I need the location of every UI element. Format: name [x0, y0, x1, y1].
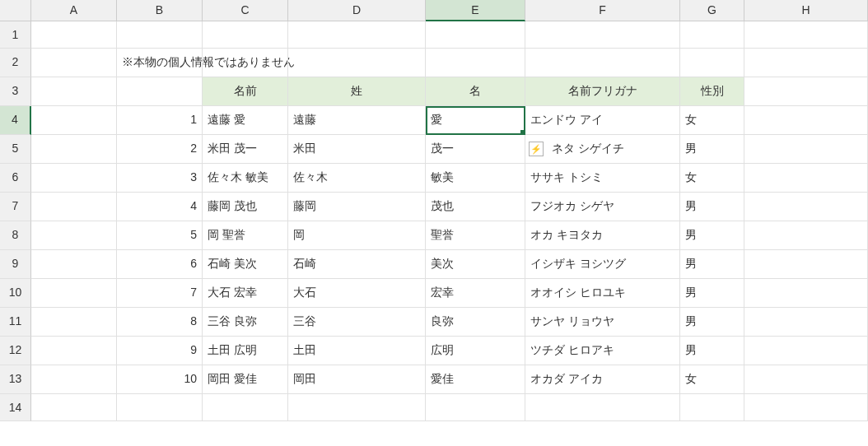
cell-G12[interactable]: 男: [680, 337, 744, 365]
col-header-A[interactable]: A: [31, 0, 117, 21]
cell-F8[interactable]: オカ キヨタカ: [525, 221, 680, 250]
cell-D5[interactable]: 米田: [288, 135, 426, 164]
cell-G14[interactable]: [680, 394, 744, 421]
col-header-D[interactable]: D: [288, 0, 426, 21]
cell-A3[interactable]: [31, 77, 117, 106]
cell-G1[interactable]: [680, 21, 744, 49]
cell-G8[interactable]: 男: [680, 221, 744, 250]
cell-E7[interactable]: 茂也: [426, 193, 525, 221]
cell-A5[interactable]: [31, 135, 117, 164]
cell-G7[interactable]: 男: [680, 193, 744, 221]
cell-G11[interactable]: 男: [680, 308, 744, 337]
cell-D1[interactable]: [288, 21, 426, 49]
col-header-C[interactable]: C: [203, 0, 288, 21]
cell-B14[interactable]: [117, 394, 203, 421]
cell-H9[interactable]: [744, 250, 868, 279]
cell-D10[interactable]: 大石: [288, 279, 426, 308]
table-header-first[interactable]: 名: [426, 77, 525, 106]
row-header-11[interactable]: 11: [0, 308, 31, 337]
cell-E2[interactable]: [426, 49, 525, 77]
cell-B8[interactable]: 5: [117, 221, 203, 250]
row-header-4[interactable]: 4: [0, 106, 31, 135]
cell-A13[interactable]: [31, 365, 117, 394]
cell-B7[interactable]: 4: [117, 193, 203, 221]
cell-C2[interactable]: [203, 49, 288, 77]
col-header-B[interactable]: B: [117, 0, 203, 21]
cell-F1[interactable]: [525, 21, 680, 49]
cell-C11[interactable]: 三谷 良弥: [203, 308, 288, 337]
cell-H14[interactable]: [744, 394, 868, 421]
cell-B3[interactable]: [117, 77, 203, 106]
cell-A2[interactable]: [31, 49, 117, 77]
cell-G9[interactable]: 男: [680, 250, 744, 279]
row-header-6[interactable]: 6: [0, 164, 31, 193]
cell-D7[interactable]: 藤岡: [288, 193, 426, 221]
cell-G13[interactable]: 女: [680, 365, 744, 394]
cell-D12[interactable]: 土田: [288, 337, 426, 365]
cell-H1[interactable]: [744, 21, 868, 49]
row-header-12[interactable]: 12: [0, 337, 31, 365]
flash-fill-options-icon[interactable]: ⚡: [529, 142, 544, 156]
cell-G10[interactable]: 男: [680, 279, 744, 308]
cell-D8[interactable]: 岡: [288, 221, 426, 250]
cell-A11[interactable]: [31, 308, 117, 337]
cell-H11[interactable]: [744, 308, 868, 337]
cell-B4[interactable]: 1: [117, 106, 203, 135]
col-header-H[interactable]: H: [744, 0, 868, 21]
cell-G2[interactable]: [680, 49, 744, 77]
col-header-E[interactable]: E: [426, 0, 525, 21]
row-header-3[interactable]: 3: [0, 77, 31, 106]
cell-A12[interactable]: [31, 337, 117, 365]
cell-H8[interactable]: [744, 221, 868, 250]
cell-C1[interactable]: [203, 21, 288, 49]
cell-C14[interactable]: [203, 394, 288, 421]
cell-E14[interactable]: [426, 394, 525, 421]
cell-F10[interactable]: オオイシ ヒロユキ: [525, 279, 680, 308]
cell-C13[interactable]: 岡田 愛佳: [203, 365, 288, 394]
cell-B5[interactable]: 2: [117, 135, 203, 164]
cell-H13[interactable]: [744, 365, 868, 394]
table-header-kana[interactable]: 名前フリガナ: [525, 77, 680, 106]
cell-B2[interactable]: ※本物の個人情報ではありません: [117, 49, 203, 77]
cell-E4[interactable]: 愛: [426, 106, 525, 135]
cell-E10[interactable]: 宏幸: [426, 279, 525, 308]
cell-F14[interactable]: [525, 394, 680, 421]
row-header-1[interactable]: 1: [0, 21, 31, 49]
cell-H6[interactable]: [744, 164, 868, 193]
row-header-9[interactable]: 9: [0, 250, 31, 279]
cell-B6[interactable]: 3: [117, 164, 203, 193]
select-all-corner[interactable]: [0, 0, 31, 21]
cell-B12[interactable]: 9: [117, 337, 203, 365]
table-header-name[interactable]: 名前: [203, 77, 288, 106]
table-header-last[interactable]: 姓: [288, 77, 426, 106]
cell-D6[interactable]: 佐々木: [288, 164, 426, 193]
cell-F9[interactable]: イシザキ ヨシツグ: [525, 250, 680, 279]
cell-F4[interactable]: エンドウ アイ: [525, 106, 680, 135]
cell-F6[interactable]: ササキ トシミ: [525, 164, 680, 193]
cell-E11[interactable]: 良弥: [426, 308, 525, 337]
row-header-5[interactable]: 5: [0, 135, 31, 164]
cell-A9[interactable]: [31, 250, 117, 279]
cell-B9[interactable]: 6: [117, 250, 203, 279]
cell-C12[interactable]: 土田 広明: [203, 337, 288, 365]
cell-A10[interactable]: [31, 279, 117, 308]
cell-B11[interactable]: 8: [117, 308, 203, 337]
row-header-14[interactable]: 14: [0, 394, 31, 421]
col-header-G[interactable]: G: [680, 0, 744, 21]
cell-C9[interactable]: 石崎 美次: [203, 250, 288, 279]
cell-E5[interactable]: 茂一: [426, 135, 525, 164]
row-header-2[interactable]: 2: [0, 49, 31, 77]
cell-H12[interactable]: [744, 337, 868, 365]
cell-H7[interactable]: [744, 193, 868, 221]
row-header-10[interactable]: 10: [0, 279, 31, 308]
cell-A14[interactable]: [31, 394, 117, 421]
cell-D14[interactable]: [288, 394, 426, 421]
cell-H10[interactable]: [744, 279, 868, 308]
table-header-sex[interactable]: 性別: [680, 77, 744, 106]
cell-D9[interactable]: 石崎: [288, 250, 426, 279]
cell-E13[interactable]: 愛佳: [426, 365, 525, 394]
row-header-7[interactable]: 7: [0, 193, 31, 221]
cell-A6[interactable]: [31, 164, 117, 193]
cell-D11[interactable]: 三谷: [288, 308, 426, 337]
cell-E8[interactable]: 聖誉: [426, 221, 525, 250]
